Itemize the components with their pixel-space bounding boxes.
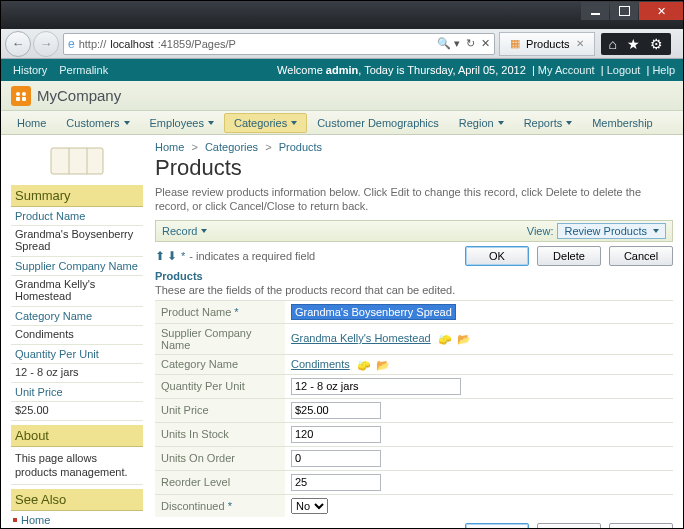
logout-link[interactable]: Logout (607, 64, 641, 76)
sidebar-icon (11, 141, 143, 181)
sum-product-name-value: Grandma's Boysenberry Spread (11, 226, 143, 257)
caret-icon (498, 121, 504, 125)
window-minimize-button[interactable] (581, 2, 609, 20)
settings-icon[interactable]: ⚙ (650, 36, 663, 52)
window-title-bar (1, 1, 683, 29)
required-hint-text: - indicates a required field (189, 250, 315, 262)
back-button[interactable]: ← (5, 31, 31, 57)
app-bar: History Permalink Welcome admin, Today i… (1, 59, 683, 81)
delete-button[interactable]: Delete (537, 523, 601, 528)
asterisk-icon: * (181, 527, 185, 528)
see-also-home[interactable]: Home (11, 511, 143, 528)
bc-categories[interactable]: Categories (205, 141, 258, 153)
required-hint-text: - indicates a required field (189, 527, 315, 528)
intro-text: Please review products information below… (155, 185, 673, 214)
category-link[interactable]: Condiments (291, 358, 350, 370)
lookup-open-icon[interactable]: 📂 (376, 359, 388, 371)
next-record-icon[interactable]: ⬇ (167, 249, 177, 263)
required-hint-row-top: ⬆⬇ * - indicates a required field OK Del… (155, 246, 673, 266)
company-logo-icon (11, 86, 31, 106)
address-controls: 🔍 ▾ ↻ ✕ (437, 37, 490, 50)
lookup-open-icon[interactable]: 📂 (457, 333, 469, 345)
favorites-icon[interactable]: ★ (627, 36, 640, 52)
permalink-link[interactable]: Permalink (59, 64, 108, 76)
ok-button[interactable]: OK (465, 523, 529, 528)
svg-rect-3 (22, 97, 26, 101)
caret-icon (201, 229, 207, 233)
nav-reports[interactable]: Reports (514, 113, 583, 133)
refresh-icon[interactable]: ↻ (466, 37, 475, 50)
unitprice-input[interactable] (291, 402, 381, 419)
sum-qpu-label: Quantity Per Unit (11, 345, 143, 364)
main-content: Home > Categories > Products Products Pl… (155, 141, 673, 528)
sum-supplier-value: Grandma Kelly's Homestead (11, 276, 143, 307)
bc-home[interactable]: Home (155, 141, 184, 153)
supplier-link[interactable]: Grandma Kelly's Homestead (291, 332, 431, 344)
caret-icon (291, 121, 297, 125)
qpu-input[interactable] (291, 378, 461, 395)
browser-tab-products[interactable]: ▦ Products ✕ (499, 32, 594, 56)
lookup-clear-icon[interactable]: 🧽 (357, 359, 369, 371)
address-bar[interactable]: e http://localhost:41859/Pages/P 🔍 ▾ ↻ ✕ (63, 33, 495, 55)
reorder-label: Reorder Level (155, 470, 285, 494)
svg-point-0 (16, 92, 20, 96)
section-title: Products (155, 270, 673, 282)
forward-button[interactable]: → (33, 31, 59, 57)
tab-strip: ▦ Products ✕ (499, 32, 598, 56)
welcome-date: , Today is Thursday, April 05, 2012 (358, 64, 526, 76)
history-link[interactable]: History (13, 64, 47, 76)
see-also-header: See Also (11, 489, 143, 511)
onorder-input[interactable] (291, 450, 381, 467)
browser-tools: ⌂ ★ ⚙ (601, 33, 671, 55)
help-link[interactable]: Help (652, 64, 675, 76)
sum-category-value: Condiments (11, 326, 143, 345)
product-name-input[interactable]: Grandma's Boysenberry Spread (291, 304, 456, 320)
nav-employees[interactable]: Employees (140, 113, 224, 133)
welcome-text: Welcome (277, 64, 326, 76)
stop-icon[interactable]: ✕ (481, 37, 490, 50)
prev-record-icon[interactable]: ⬆ (155, 526, 165, 528)
tab-favicon: ▦ (510, 37, 520, 50)
home-icon[interactable]: ⌂ (609, 36, 617, 52)
search-icon[interactable]: 🔍 ▾ (437, 37, 460, 50)
qpu-label: Quantity Per Unit (155, 374, 285, 398)
nav-customers[interactable]: Customers (56, 113, 139, 133)
form-table: Product Name * Grandma's Boysenberry Spr… (155, 300, 673, 517)
asterisk-icon: * (181, 250, 185, 262)
url-host: localhost (110, 38, 153, 50)
my-account-link[interactable]: My Account (538, 64, 595, 76)
nav-membership[interactable]: Membership (582, 113, 663, 133)
sum-supplier-label: Supplier Company Name (11, 257, 143, 276)
view-select[interactable]: Review Products (557, 223, 666, 239)
delete-button[interactable]: Delete (537, 246, 601, 266)
cancel-button[interactable]: Cancel (609, 246, 673, 266)
caret-icon (124, 121, 130, 125)
reorder-input[interactable] (291, 474, 381, 491)
window-maximize-button[interactable] (610, 2, 638, 20)
nav-categories[interactable]: Categories (224, 113, 307, 133)
main-nav: Home Customers Employees Categories Cust… (1, 111, 683, 135)
sum-unitprice-label: Unit Price (11, 383, 143, 402)
sum-product-name-label: Product Name (11, 207, 143, 226)
sum-unitprice-value: $25.00 (11, 402, 143, 421)
tab-title: Products (526, 38, 569, 50)
nav-home[interactable]: Home (7, 113, 56, 133)
svg-rect-4 (51, 148, 103, 174)
cancel-button[interactable]: Cancel (609, 523, 673, 528)
ok-button[interactable]: OK (465, 246, 529, 266)
record-menu[interactable]: Record (162, 225, 207, 237)
browser-nav-bar: ← → e http://localhost:41859/Pages/P 🔍 ▾… (1, 29, 683, 59)
product-name-label: Product Name (161, 306, 231, 318)
tab-close-icon[interactable]: ✕ (576, 38, 584, 49)
prev-record-icon[interactable]: ⬆ (155, 249, 165, 263)
lookup-clear-icon[interactable]: 🧽 (438, 333, 450, 345)
window-close-button[interactable] (639, 2, 683, 20)
nav-region[interactable]: Region (449, 113, 514, 133)
unitprice-label: Unit Price (155, 398, 285, 422)
summary-header: Summary (11, 185, 143, 207)
discontinued-select[interactable]: No (291, 498, 328, 514)
nav-customer-demographics[interactable]: Customer Demographics (307, 113, 449, 133)
required-hint-row-bottom: ⬆⬇ * - indicates a required field OK Del… (155, 523, 673, 528)
stock-input[interactable] (291, 426, 381, 443)
next-record-icon[interactable]: ⬇ (167, 526, 177, 528)
